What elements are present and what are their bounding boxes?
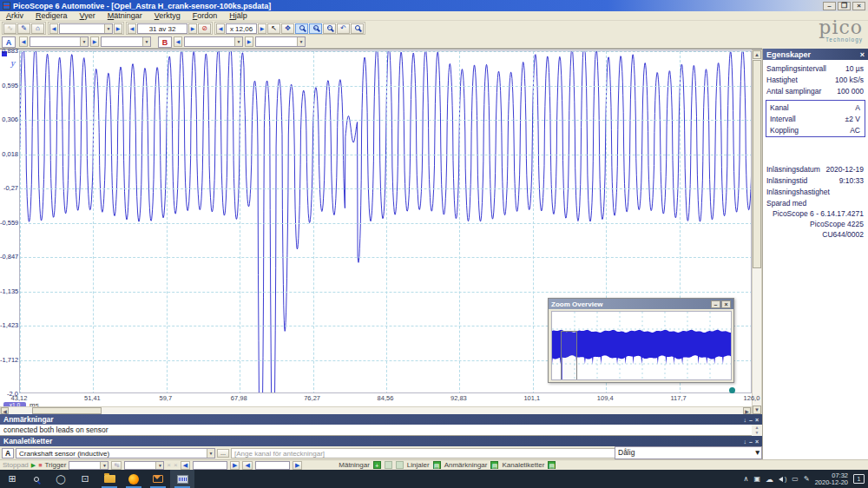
home-icon[interactable]: ⌂	[31, 23, 44, 34]
zoom-overview-minimize-button[interactable]: –	[711, 300, 720, 308]
channel-a-probe-combo[interactable]: ▼	[101, 36, 151, 47]
onedrive-cloud-icon[interactable]: ☁	[766, 475, 773, 484]
prev-view-button[interactable]: ◀	[49, 23, 58, 34]
scroll-down-icon[interactable]: ▼	[753, 406, 761, 414]
channel-b-button[interactable]: B	[158, 36, 172, 48]
waveform-plot[interactable]: Zoom Overview – ×	[19, 50, 752, 393]
labels-close-icon[interactable]: ×	[755, 439, 759, 445]
menu-fordon[interactable]: Fordon	[187, 11, 224, 20]
menu-redigera[interactable]: Redigera	[30, 11, 74, 20]
start-icon[interactable]: ▶	[31, 462, 36, 469]
menu-verktyg[interactable]: Verktyg	[148, 11, 187, 20]
channel-a-button[interactable]: A	[2, 36, 16, 48]
restore-button[interactable]: ❐	[838, 2, 851, 10]
properties-close-icon[interactable]: ×	[860, 50, 865, 59]
minimize-button[interactable]: –	[823, 2, 836, 10]
tray-app-icon[interactable]: ▣	[753, 475, 760, 483]
notes-pin-icon[interactable]: ↓	[744, 417, 747, 423]
zoom-overview-titlebar[interactable]: Zoom Overview – ×	[549, 299, 733, 309]
pretrigger-down[interactable]: ◀	[242, 461, 252, 470]
stop-icon[interactable]: ■	[38, 462, 42, 468]
notes-spinner[interactable]: ▲▼	[752, 425, 762, 436]
zoom-in-step-button[interactable]: ▶	[258, 23, 266, 34]
taskbar-taskview-icon[interactable]: ⊡	[73, 470, 97, 488]
trigger-level-field[interactable]	[193, 461, 227, 470]
trigger-level-down[interactable]: ◀	[181, 461, 190, 470]
pretrigger-field[interactable]	[255, 461, 290, 470]
trigger-mode-combo[interactable]: ▼	[69, 461, 108, 470]
anmärkningar-icon[interactable]: ▤	[490, 461, 498, 469]
more-options-button[interactable]: ...	[217, 449, 229, 458]
zoom-overview-window[interactable]: Zoom Overview – ×	[548, 298, 734, 383]
undo-zoom-icon[interactable]: ↶	[337, 23, 350, 34]
taskbar-mail-icon[interactable]	[146, 470, 170, 488]
next-buffer-button[interactable]: ▶	[188, 23, 197, 34]
pretrigger-up[interactable]: ▶	[293, 461, 302, 470]
taskbar-firefox-icon[interactable]	[122, 470, 146, 488]
taskbar-cortana-icon[interactable]: ◯	[49, 470, 73, 488]
resize-grip-dot[interactable]	[729, 387, 735, 393]
close-button[interactable]: ×	[852, 2, 865, 10]
menu-mätningar[interactable]: Mätningar	[102, 11, 148, 20]
edit-icon[interactable]: ✎	[17, 23, 30, 34]
notes-close-icon[interactable]: ×	[755, 417, 759, 423]
linjaler-icon[interactable]: ▤	[433, 461, 441, 469]
pointer-tool-icon[interactable]: ↖	[267, 23, 280, 34]
pen-icon[interactable]: ✎	[804, 475, 810, 483]
connect-device-icon[interactable]: ∿	[3, 23, 16, 34]
taskbar-clock[interactable]: 07:32 2020-12-20	[815, 472, 848, 486]
zoom-factor-field[interactable]: x 12,06	[226, 23, 257, 34]
channel-b-range-down[interactable]: ◀	[174, 36, 182, 47]
menu-vyer[interactable]: Vyer	[74, 11, 102, 20]
channel-b-range-up[interactable]: ▶	[245, 36, 253, 47]
channel-a-range-up[interactable]: ▶	[90, 36, 99, 47]
channel-b-probe-combo[interactable]: ▼	[255, 36, 306, 47]
buffer-nav-icon[interactable]: ⊘	[198, 23, 211, 34]
view-combo[interactable]: ▼	[59, 23, 113, 34]
hand-tool-icon[interactable]: ✥	[281, 23, 294, 34]
channel-label-combo[interactable]: Crankshaft sensor (inductive)▼	[16, 448, 215, 458]
scroll-right-icon[interactable]: ▶	[743, 407, 751, 414]
next-view-button[interactable]: ▶	[114, 23, 122, 34]
quality-combo[interactable]: Dålig ▼	[615, 446, 762, 459]
taskbar-picoscope-icon[interactable]	[170, 470, 194, 488]
labels-minimize-icon[interactable]: –	[749, 439, 753, 445]
channel-a-range-down[interactable]: ◀	[19, 36, 28, 47]
kanaletiketter-icon[interactable]: ▤	[548, 461, 556, 469]
zoom-out-tool-icon[interactable]	[323, 23, 336, 34]
trigger-repeat-icon[interactable]: ×	[174, 461, 178, 469]
taskbar-start-icon[interactable]: ⊞	[0, 470, 24, 488]
notes-minimize-icon[interactable]: –	[749, 417, 753, 423]
menu-hjälp[interactable]: Hjälp	[223, 11, 253, 20]
menu-arkiv[interactable]: Arkiv	[0, 11, 30, 20]
marquee-zoom-icon[interactable]	[351, 23, 364, 34]
tray-chevron-icon[interactable]: ∧	[744, 475, 749, 483]
trigger-level-up[interactable]: ▶	[230, 461, 240, 470]
notes-text[interactable]: connected both leads on sensor	[0, 425, 762, 436]
channel-b-range-combo[interactable]: ▼	[184, 36, 243, 47]
trigger-marker-icon[interactable]: ↹	[111, 461, 122, 470]
prev-buffer-button[interactable]: ◀	[128, 23, 136, 34]
zoom-overview-close-button[interactable]: ×	[721, 300, 731, 308]
mätningar-icon[interactable]	[396, 461, 404, 469]
zoom-selection-rect[interactable]	[561, 331, 577, 380]
taskbar-search-icon[interactable]	[24, 470, 49, 488]
zoom-tool-icon[interactable]	[295, 23, 308, 34]
taskbar-explorer-icon[interactable]	[97, 470, 122, 488]
channel-a-range-combo[interactable]: ▼	[30, 36, 89, 47]
mätningar-icon[interactable]: +	[373, 461, 381, 469]
mätningar-icon[interactable]	[385, 461, 392, 469]
trigger-channel-combo[interactable]: ▼	[124, 461, 164, 470]
vertical-scrollbar[interactable]: ▲ ▼	[752, 49, 762, 415]
zoom-in-tool-icon[interactable]	[309, 23, 322, 34]
scroll-up-icon[interactable]: ▲	[753, 50, 761, 59]
labels-pin-icon[interactable]: ↓	[744, 439, 747, 445]
zoom-overview-content[interactable]	[551, 311, 732, 380]
scroll-left-icon[interactable]: ◀	[1, 407, 9, 414]
trigger-single-icon[interactable]: ×	[167, 461, 171, 469]
network-icon[interactable]: ▭	[792, 475, 799, 483]
notification-center-icon[interactable]: 1	[853, 474, 865, 484]
volume-icon[interactable]: )	[779, 476, 786, 482]
zoom-out-step-button[interactable]: ◀	[216, 23, 225, 34]
vscroll-thumb[interactable]	[753, 60, 761, 268]
